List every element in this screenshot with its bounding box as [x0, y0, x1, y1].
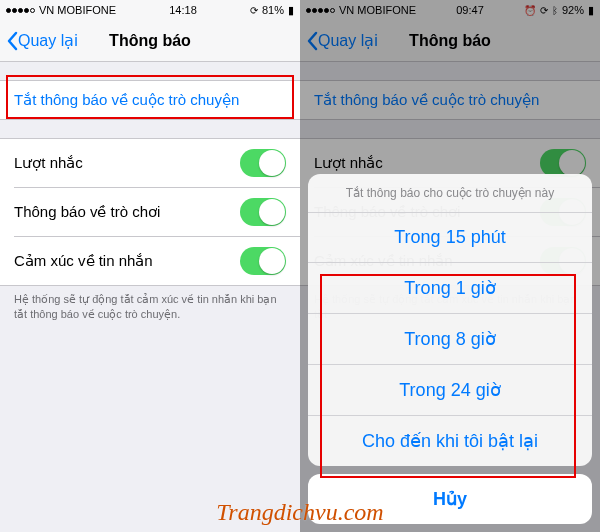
alarm-icon: ⏰ — [524, 5, 536, 16]
mute-conversation-link[interactable]: Tắt thông báo về cuộc trò chuyện — [300, 81, 600, 119]
back-label: Quay lại — [318, 31, 378, 50]
left-screen: VN MOBIFONE 14:18 ⟳ 81% ▮ Quay lại Thông… — [0, 0, 300, 532]
sheet-options-group: Tắt thông báo cho cuộc trò chuyện này Tr… — [308, 174, 592, 466]
cancel-button[interactable]: Hủy — [308, 474, 592, 524]
game-toggle[interactable] — [240, 198, 286, 226]
battery-percent: 81% — [262, 4, 284, 16]
nav-bar: Quay lại Thông báo — [300, 20, 600, 62]
mute-until-option[interactable]: Cho đến khi tôi bật lại — [308, 415, 592, 466]
game-row: Thông báo về trò chơi — [14, 187, 300, 236]
reminders-label: Lượt nhắc — [14, 154, 83, 172]
mute-8h-option[interactable]: Trong 8 giờ — [308, 313, 592, 364]
sync-icon: ⟳ — [250, 5, 258, 16]
mute-conversation-link[interactable]: Tắt thông báo về cuộc trò chuyện — [0, 81, 300, 119]
status-bar: VN MOBIFONE 09:47 ⏰ ⟳ ᛒ 92% ▮ — [300, 0, 600, 20]
battery-icon: ▮ — [288, 4, 294, 17]
sheet-header: Tắt thông báo cho cuộc trò chuyện này — [308, 174, 592, 212]
chevron-left-icon — [6, 31, 18, 51]
mute-1h-option[interactable]: Trong 1 giờ — [308, 262, 592, 313]
mute-group: Tắt thông báo về cuộc trò chuyện — [0, 80, 300, 120]
footer-note: Hệ thống sẽ tự động tắt cảm xúc về tin n… — [0, 286, 300, 322]
battery-icon: ▮ — [588, 4, 594, 17]
clock: 09:47 — [456, 4, 484, 16]
bluetooth-icon: ᛒ — [552, 5, 558, 16]
clock: 14:18 — [169, 4, 197, 16]
back-button[interactable]: Quay lại — [306, 31, 378, 51]
carrier-label: VN MOBIFONE — [39, 4, 116, 16]
mute-group: Tắt thông báo về cuộc trò chuyện — [300, 80, 600, 120]
nav-bar: Quay lại Thông báo — [0, 20, 300, 62]
reminders-row: Lượt nhắc — [0, 139, 300, 187]
signal-dots-icon — [306, 8, 335, 13]
signal-dots-icon — [6, 8, 35, 13]
reactions-row: Cảm xúc về tin nhắn — [14, 236, 300, 285]
reminders-label: Lượt nhắc — [314, 154, 383, 172]
action-sheet: Tắt thông báo cho cuộc trò chuyện này Tr… — [308, 174, 592, 524]
carrier-label: VN MOBIFONE — [339, 4, 416, 16]
mute-24h-option[interactable]: Trong 24 giờ — [308, 364, 592, 415]
battery-percent: 92% — [562, 4, 584, 16]
status-bar: VN MOBIFONE 14:18 ⟳ 81% ▮ — [0, 0, 300, 20]
reminders-toggle[interactable] — [540, 149, 586, 177]
chevron-left-icon — [306, 31, 318, 51]
game-label: Thông báo về trò chơi — [14, 203, 160, 221]
back-label: Quay lại — [18, 31, 78, 50]
mute-15min-option[interactable]: Trong 15 phút — [308, 212, 592, 262]
toggle-group: Lượt nhắc Thông báo về trò chơi Cảm xúc … — [0, 138, 300, 286]
sync-icon: ⟳ — [540, 5, 548, 16]
reactions-label: Cảm xúc về tin nhắn — [14, 252, 153, 270]
reminders-toggle[interactable] — [240, 149, 286, 177]
reactions-toggle[interactable] — [240, 247, 286, 275]
right-screen: VN MOBIFONE 09:47 ⏰ ⟳ ᛒ 92% ▮ Quay lại T… — [300, 0, 600, 532]
back-button[interactable]: Quay lại — [6, 31, 78, 51]
